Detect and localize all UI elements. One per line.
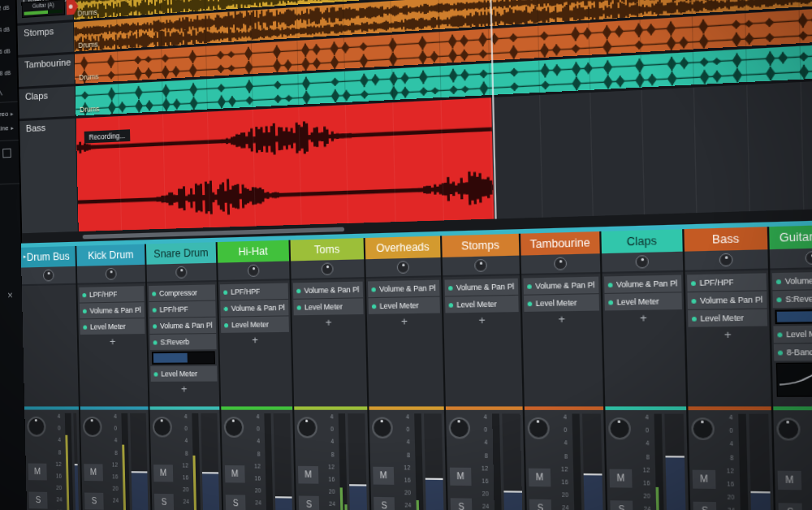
channel-name-header[interactable]: Stomps	[442, 234, 519, 257]
pan-knob[interactable]	[27, 417, 45, 437]
channel-name-header[interactable]: Snare Drum	[146, 242, 216, 265]
solo-button[interactable]: S	[778, 503, 802, 510]
fader-handle[interactable]	[75, 464, 80, 510]
channel-name-header[interactable]: Hi-Hat	[218, 240, 289, 263]
mute-button[interactable]: M	[778, 471, 802, 491]
insert-slot[interactable]: Volume & Pan Plugin	[688, 291, 767, 309]
input-gain-knob-icon[interactable]	[806, 251, 812, 265]
track-header[interactable]: Claps	[19, 86, 76, 119]
input-gain-knob-icon[interactable]	[474, 259, 487, 272]
fader-track[interactable]	[582, 413, 605, 510]
pan-knob[interactable]	[608, 417, 631, 439]
pan-knob[interactable]	[372, 417, 393, 439]
pan-knob[interactable]	[224, 417, 244, 438]
insert-slot[interactable]: Volume & Pan Plugin	[604, 275, 682, 293]
insert-slot[interactable]: Volume & Pan Plugin	[149, 318, 216, 334]
mute-button[interactable]: M	[450, 468, 472, 486]
insert-slot[interactable]: LPF/HPF	[149, 301, 216, 318]
channel-name-header[interactable]: Guitar Lead	[769, 224, 812, 249]
input-gain-knob-icon[interactable]	[106, 268, 117, 280]
recording-clip[interactable]: Recording...	[76, 97, 495, 231]
io-option-stereo[interactable]: Stereo▸	[0, 110, 13, 119]
add-insert-button[interactable]: +	[294, 315, 364, 331]
input-gain-knob-icon[interactable]	[248, 265, 260, 277]
insert-slot[interactable]: Volume & Pan Plugin	[523, 277, 598, 295]
add-insert-button[interactable]: +	[369, 314, 440, 330]
fader-track[interactable]	[348, 413, 369, 510]
mute-button[interactable]: M	[529, 469, 551, 487]
fader-track[interactable]	[664, 414, 687, 510]
mute-button[interactable]: M	[84, 464, 103, 481]
mute-button[interactable]: M	[373, 467, 394, 485]
pan-knob[interactable]	[527, 417, 550, 439]
fader-track[interactable]	[424, 413, 445, 510]
add-insert-button[interactable]: +	[80, 335, 145, 349]
insert-slot[interactable]: Level Meter	[150, 365, 217, 382]
solo-button[interactable]: S	[610, 500, 633, 510]
pan-knob[interactable]	[448, 417, 470, 439]
insert-slot[interactable]: Compressor	[149, 284, 215, 301]
add-insert-button[interactable]: +	[221, 333, 289, 348]
insert-slot[interactable]: Level Meter	[80, 318, 145, 335]
input-gain-knob-icon[interactable]	[175, 266, 187, 279]
solo-button[interactable]: S	[84, 493, 104, 510]
insert-slot[interactable]: Volume & Pan Plugin	[445, 279, 519, 296]
solo-button[interactable]: S	[226, 495, 246, 510]
input-gain-knob-icon[interactable]	[554, 257, 567, 270]
fader-track[interactable]	[73, 413, 80, 510]
pan-knob[interactable]	[297, 417, 318, 438]
fader-track[interactable]	[749, 414, 772, 510]
insert-slot[interactable]: Volume & Pan Plugin	[80, 302, 145, 318]
insert-slot[interactable]: LPF/HPF	[79, 286, 144, 302]
pan-knob[interactable]	[153, 417, 172, 437]
solo-button[interactable]: S	[299, 495, 319, 510]
channel-name-header[interactable]: Claps	[601, 229, 682, 253]
solo-button[interactable]: S	[154, 494, 174, 510]
solo-button[interactable]: S	[693, 502, 717, 510]
insert-slot[interactable]: S:Reverb	[772, 290, 812, 309]
solo-button[interactable]: S	[28, 492, 47, 509]
insert-slot[interactable]: Level Meter	[368, 297, 439, 314]
solo-button[interactable]: S	[529, 499, 551, 510]
solo-button[interactable]: S	[451, 498, 473, 510]
insert-slot[interactable]: Level Meter	[221, 316, 289, 332]
pan-knob[interactable]	[776, 417, 801, 440]
channel-name-header[interactable]: Tambourine	[520, 231, 600, 256]
channel-name-header[interactable]: Bass	[684, 227, 767, 251]
mute-button[interactable]: M	[153, 465, 173, 482]
mute-button[interactable]: M	[609, 469, 632, 488]
fader-track[interactable]	[201, 413, 221, 510]
fader-handle[interactable]	[275, 496, 294, 510]
insert-slot[interactable]: Level Meter	[688, 309, 767, 327]
channel-name-header[interactable]: ▸ Drum Bus	[21, 246, 76, 268]
insert-slot[interactable]: Volume & Pan Plugin	[220, 300, 288, 317]
fader-handle[interactable]	[202, 472, 221, 510]
insert-slot[interactable]: Level Meter	[445, 296, 519, 313]
insert-slot[interactable]: Level Meter	[293, 298, 363, 315]
fader-handle[interactable]	[349, 484, 369, 510]
solo-button[interactable]: S	[374, 497, 395, 510]
add-insert-button[interactable]: +	[689, 327, 768, 344]
mute-button[interactable]: M	[225, 465, 245, 483]
input-gain-knob-icon[interactable]	[322, 262, 334, 275]
insert-slot[interactable]: Level Meter	[524, 294, 599, 312]
pan-knob[interactable]	[83, 417, 102, 437]
insert-slot[interactable]: LPF/HPF	[687, 273, 767, 292]
add-insert-button[interactable]: +	[605, 310, 682, 326]
fader-track[interactable]	[130, 413, 149, 510]
fader-handle[interactable]	[665, 456, 687, 510]
fader-handle[interactable]	[750, 491, 772, 510]
close-icon[interactable]: ×	[7, 291, 13, 300]
pan-knob[interactable]	[691, 417, 715, 440]
collapse-arrow-icon[interactable]: ▸	[24, 253, 27, 260]
input-gain-knob-icon[interactable]	[636, 255, 650, 268]
mute-button[interactable]: M	[298, 466, 318, 484]
fader-track[interactable]	[502, 413, 524, 510]
insert-slot[interactable]: Volume & Pan Plugin	[368, 280, 439, 297]
track-header-bass[interactable]: Bass Guitar (A)	[19, 119, 79, 233]
fader-handle[interactable]	[425, 478, 446, 510]
track-header[interactable]: Stomps	[17, 22, 74, 55]
fader-handle[interactable]	[584, 473, 605, 510]
fader-handle[interactable]	[503, 491, 524, 510]
insert-slot[interactable]: S:Reverb	[149, 334, 216, 350]
